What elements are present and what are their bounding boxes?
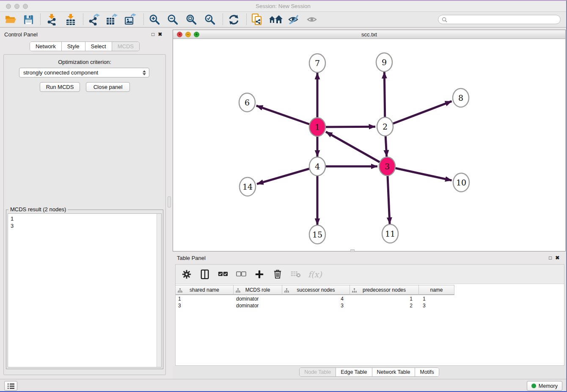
import-table-icon[interactable] bbox=[64, 13, 77, 26]
select-all-columns-icon[interactable] bbox=[217, 268, 229, 280]
hide-selected-icon[interactable] bbox=[287, 13, 300, 26]
mcds-result-title: MCDS result (2 nodes) bbox=[8, 206, 68, 213]
task-history-button[interactable] bbox=[4, 381, 17, 391]
column-header-name[interactable]: name bbox=[419, 285, 454, 295]
unselect-all-columns-icon[interactable] bbox=[235, 268, 247, 280]
table-options-gear-icon[interactable] bbox=[181, 268, 193, 280]
column-header-mcds-role[interactable]: MCDS role bbox=[234, 285, 282, 295]
hierarchy-icon bbox=[352, 288, 357, 294]
export-network-icon[interactable] bbox=[88, 13, 100, 26]
panel-splitter-handle[interactable] bbox=[168, 196, 171, 207]
tab-select[interactable]: Select bbox=[85, 42, 112, 51]
export-image-icon[interactable] bbox=[124, 13, 137, 26]
task-list-icon bbox=[8, 383, 14, 389]
result-scrollbar[interactable] bbox=[157, 214, 161, 367]
cell-predecessor-nodes: 1 bbox=[350, 296, 419, 303]
function-builder-icon[interactable]: f(x) bbox=[308, 270, 322, 279]
status-bar: Memory bbox=[0, 379, 566, 392]
import-network-icon[interactable] bbox=[45, 13, 58, 26]
network-window-titlebar[interactable]: × − + scc.txt bbox=[173, 30, 565, 39]
zoom-in-icon[interactable] bbox=[148, 13, 161, 26]
select-stepper-icon bbox=[141, 69, 147, 76]
hierarchy-icon bbox=[178, 288, 182, 294]
cell-mcds-role: dominator bbox=[234, 296, 282, 303]
toolbar-separator bbox=[223, 14, 223, 25]
toolbar-separator bbox=[40, 14, 41, 25]
cell-name: 3 bbox=[419, 303, 454, 309]
zoom-out-icon[interactable] bbox=[166, 13, 179, 26]
show-hidden-icon[interactable] bbox=[306, 13, 319, 26]
memory-label: Memory bbox=[539, 383, 558, 389]
create-column-plus-icon[interactable] bbox=[253, 268, 265, 280]
column-label: successor nodes bbox=[297, 287, 335, 293]
tab-style[interactable]: Style bbox=[62, 42, 85, 51]
control-panel-window-buttons: □ ✖ bbox=[151, 31, 162, 37]
search-input[interactable] bbox=[438, 15, 561, 24]
optimization-criterion-label: Optimization criterion: bbox=[0, 59, 169, 65]
graph-node-label: 14 bbox=[242, 182, 253, 191]
graph-node-label: 11 bbox=[385, 229, 395, 238]
close-table-panel-icon[interactable]: ✖ bbox=[555, 255, 559, 261]
cell-shared-name: 3 bbox=[176, 303, 234, 309]
graph-edge-1-2[interactable] bbox=[317, 127, 375, 127]
criterion-value: strongly connected component bbox=[23, 69, 98, 76]
save-session-icon[interactable] bbox=[22, 13, 35, 26]
graph-edge-3-1[interactable] bbox=[326, 132, 387, 166]
table-header-row: shared name MCDS role successor nodes pr… bbox=[176, 285, 454, 295]
control-panel-tabs: Network Style Select MCDS bbox=[0, 41, 169, 51]
window-title: Session: New Session bbox=[0, 3, 566, 9]
graph-edge-3-10[interactable] bbox=[387, 166, 452, 180]
export-table-icon[interactable] bbox=[105, 13, 118, 26]
float-panel-icon[interactable]: □ bbox=[151, 31, 154, 37]
column-label: MCDS role bbox=[245, 287, 270, 293]
zoom-fit-icon[interactable] bbox=[185, 13, 198, 26]
tab-node-table[interactable]: Node Table bbox=[300, 368, 336, 376]
table-panel-window-buttons: □ ✖ bbox=[549, 255, 559, 261]
column-header-shared-name[interactable]: shared name bbox=[176, 285, 234, 295]
graph-edge-4-14[interactable] bbox=[257, 166, 317, 184]
cell-shared-name: 1 bbox=[176, 296, 234, 303]
table-toolbar: f(x) bbox=[176, 265, 564, 284]
run-mcds-button[interactable]: Run MCDS bbox=[40, 82, 80, 92]
criterion-select[interactable]: strongly connected component bbox=[19, 68, 149, 77]
graph-node-label: 8 bbox=[458, 93, 463, 102]
network-view-window: × − + scc.txt 7968124314101511 bbox=[173, 30, 566, 251]
memory-status-icon bbox=[531, 384, 536, 388]
network-canvas[interactable]: 7968124314101511 bbox=[173, 39, 565, 251]
table-splitter-handle[interactable] bbox=[350, 249, 355, 252]
mcds-result-groupbox: MCDS result (2 nodes) 1 3 bbox=[6, 210, 163, 369]
table-row[interactable]: 3 dominator 3 2 3 bbox=[176, 303, 454, 309]
close-panel-button[interactable]: Close panel bbox=[86, 82, 130, 92]
column-header-successor-nodes[interactable]: successor nodes bbox=[282, 285, 350, 295]
network-window-title: scc.txt bbox=[173, 31, 565, 38]
cell-successor-nodes: 4 bbox=[282, 296, 350, 303]
apply-layout-icon[interactable] bbox=[227, 13, 240, 26]
tab-motifs[interactable]: Motifs bbox=[415, 368, 438, 376]
graph-node-label: 1 bbox=[315, 122, 320, 132]
tab-network[interactable]: Network bbox=[30, 42, 62, 51]
graph-edge-1-6[interactable] bbox=[256, 106, 317, 127]
zoom-selected-icon[interactable] bbox=[204, 13, 216, 26]
memory-button[interactable]: Memory bbox=[527, 381, 562, 391]
float-table-panel-icon[interactable]: □ bbox=[549, 255, 552, 261]
clone-network-icon[interactable] bbox=[250, 13, 263, 26]
open-session-icon[interactable] bbox=[4, 13, 17, 26]
tab-network-table[interactable]: Network Table bbox=[372, 368, 416, 376]
delete-column-trash-icon[interactable] bbox=[272, 268, 284, 280]
toolbar-separator bbox=[246, 14, 247, 25]
column-label: shared name bbox=[190, 287, 219, 293]
column-header-predecessor-nodes[interactable]: predecessor nodes bbox=[350, 285, 419, 295]
first-neighbors-icon[interactable] bbox=[268, 13, 283, 26]
table-row[interactable]: 1 dominator 4 1 1 bbox=[176, 296, 454, 303]
tab-mcds[interactable]: MCDS bbox=[112, 42, 139, 51]
hierarchy-icon bbox=[236, 288, 240, 294]
close-panel-icon[interactable]: ✖ bbox=[158, 31, 162, 37]
show-column-icon[interactable] bbox=[199, 268, 211, 280]
mcds-result-textarea[interactable]: 1 3 bbox=[8, 213, 162, 367]
delete-table-icon[interactable] bbox=[290, 268, 302, 280]
graph-node-label: 2 bbox=[383, 122, 388, 131]
tab-edge-table[interactable]: Edge Table bbox=[336, 368, 372, 376]
control-panel-title: Control Panel bbox=[4, 31, 38, 38]
graph-edge-2-8[interactable] bbox=[385, 101, 451, 127]
column-label: name bbox=[430, 287, 443, 293]
